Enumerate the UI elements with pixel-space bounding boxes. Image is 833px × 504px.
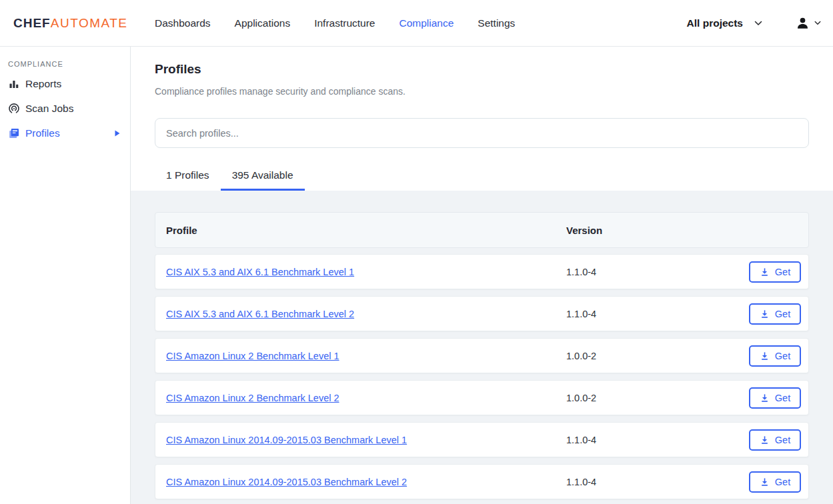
tab-my-profiles[interactable]: 1 Profiles: [155, 160, 221, 191]
get-button[interactable]: Get: [749, 261, 801, 283]
table-row: CIS Amazon Linux 2 Benchmark Level 2 1.0…: [155, 380, 809, 415]
profile-version: 1.0.0-2: [566, 381, 596, 415]
download-icon: [760, 393, 770, 403]
topbar-right-controls: All projects: [687, 0, 821, 46]
library-icon: [8, 127, 20, 139]
profiles-table-panel: Profile Version CIS AIX 5.3 and AIX 6.1 …: [131, 191, 833, 504]
sidebar-item-profiles[interactable]: Profiles: [0, 121, 130, 145]
projects-filter-label: All projects: [687, 17, 743, 29]
download-icon: [760, 351, 770, 361]
profile-link[interactable]: CIS AIX 5.3 and AIX 6.1 Benchmark Level …: [166, 255, 354, 289]
get-button[interactable]: Get: [749, 471, 801, 493]
download-icon: [760, 477, 770, 487]
get-button-label: Get: [775, 393, 790, 403]
get-button[interactable]: Get: [749, 303, 801, 325]
main-nav: Dashboards Applications Infrastructure C…: [155, 0, 515, 46]
nav-item-infrastructure[interactable]: Infrastructure: [314, 17, 375, 29]
download-icon: [760, 309, 770, 319]
get-button-label: Get: [775, 267, 790, 277]
sidebar-item-label: Scan Jobs: [25, 103, 73, 115]
profile-link[interactable]: CIS Amazon Linux 2014.09-2015.03 Benchma…: [166, 465, 407, 499]
profile-version: 1.1.0-4: [566, 423, 596, 457]
sidebar-item-scan-jobs[interactable]: Scan Jobs: [0, 96, 130, 121]
compliance-sidebar: COMPLIANCE Reports Scan Jobs: [0, 47, 131, 504]
user-menu-dropdown[interactable]: [796, 16, 821, 30]
column-header-profile: Profile: [166, 213, 197, 247]
bar-chart-icon: [8, 78, 20, 90]
chef-automate-app: CHEFAUTOMATE Dashboards Applications Inf…: [0, 0, 833, 504]
profile-link[interactable]: CIS AIX 5.3 and AIX 6.1 Benchmark Level …: [166, 297, 354, 331]
profile-version: 1.0.0-2: [566, 339, 596, 373]
download-icon: [760, 267, 770, 277]
profile-version: 1.1.0-4: [566, 255, 596, 289]
profile-version: 1.1.0-4: [566, 465, 596, 499]
profile-version: 1.1.0-4: [566, 297, 596, 331]
tab-available-profiles[interactable]: 395 Available: [221, 160, 305, 191]
projects-filter-dropdown[interactable]: All projects: [687, 17, 762, 29]
user-avatar-icon: [796, 16, 810, 30]
get-button-label: Get: [775, 351, 790, 361]
page-subtitle: Compliance profiles manage security and …: [155, 86, 405, 97]
table-row: CIS AIX 5.3 and AIX 6.1 Benchmark Level …: [155, 254, 809, 289]
sidebar-section-label: COMPLIANCE: [8, 60, 63, 68]
get-button[interactable]: Get: [749, 429, 801, 451]
expand-arrow-icon[interactable]: [115, 130, 120, 137]
nav-item-applications[interactable]: Applications: [235, 17, 291, 29]
table-row: CIS AIX 5.3 and AIX 6.1 Benchmark Level …: [155, 296, 809, 331]
get-button-label: Get: [775, 477, 790, 487]
tab-label: 395 Available: [232, 169, 293, 181]
get-button[interactable]: Get: [749, 387, 801, 409]
top-navigation-bar: CHEFAUTOMATE Dashboards Applications Inf…: [0, 0, 833, 47]
chevron-down-icon: [814, 21, 821, 25]
get-button[interactable]: Get: [749, 345, 801, 367]
profile-link[interactable]: CIS Amazon Linux 2 Benchmark Level 1: [166, 339, 339, 373]
column-header-version: Version: [566, 213, 602, 247]
table-row: CIS Amazon Linux 2014.09-2015.03 Benchma…: [155, 422, 809, 457]
chevron-down-icon: [754, 21, 762, 26]
profiles-tabs: 1 Profiles 395 Available: [155, 160, 305, 191]
nav-item-dashboards[interactable]: Dashboards: [155, 17, 211, 29]
page-title: Profiles: [155, 62, 201, 77]
nav-item-compliance[interactable]: Compliance: [399, 17, 454, 29]
table-header-row: Profile Version: [155, 212, 809, 248]
get-button-label: Get: [775, 435, 790, 445]
search-input[interactable]: [155, 118, 809, 148]
radar-icon: [8, 103, 20, 115]
profile-link[interactable]: CIS Amazon Linux 2014.09-2015.03 Benchma…: [166, 423, 407, 457]
table-row: CIS Amazon Linux 2014.09-2015.03 Benchma…: [155, 464, 809, 499]
profile-link[interactable]: CIS Amazon Linux 2 Benchmark Level 2: [166, 381, 339, 415]
chef-automate-logo[interactable]: CHEFAUTOMATE: [13, 0, 128, 46]
sidebar-item-label: Reports: [25, 78, 61, 90]
nav-item-settings[interactable]: Settings: [478, 17, 515, 29]
download-icon: [760, 435, 770, 445]
tab-label: 1 Profiles: [166, 169, 209, 181]
table-row: CIS Amazon Linux 2 Benchmark Level 1 1.0…: [155, 338, 809, 373]
sidebar-item-reports[interactable]: Reports: [0, 71, 130, 96]
logo-automate-text: AUTOMATE: [51, 16, 128, 31]
sidebar-item-label: Profiles: [25, 127, 60, 139]
logo-chef-text: CHEF: [13, 16, 51, 31]
get-button-label: Get: [775, 309, 790, 319]
